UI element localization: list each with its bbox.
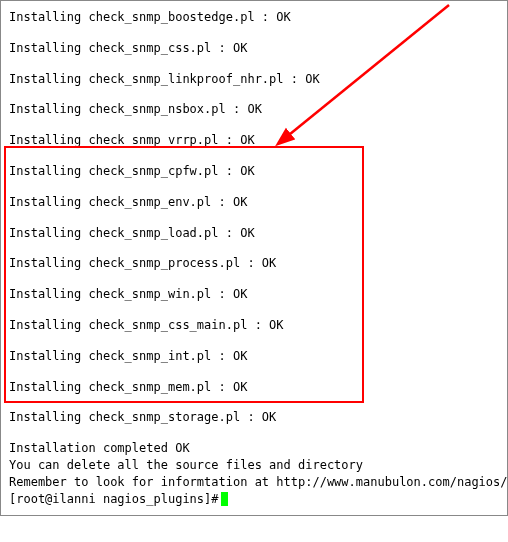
prompt-text: [root@ilanni nagios_plugins]# [9,491,219,508]
install-line: Installing check_snmp_load.pl : OK [9,225,499,242]
install-line: Installing check_snmp_css.pl : OK [9,40,499,57]
install-line: Installing check_snmp_storage.pl : OK [9,409,499,426]
shell-prompt[interactable]: [root@ilanni nagios_plugins]# [9,491,499,508]
install-line: Installing check_snmp_int.pl : OK [9,348,499,365]
install-line: Installing check_snmp_process.pl : OK [9,255,499,272]
install-line: Installing check_snmp_linkproof_nhr.pl :… [9,71,499,88]
install-line: Installing check_snmp_boostedge.pl : OK [9,9,499,26]
install-line: Installing check_snmp_css_main.pl : OK [9,317,499,334]
install-line: Installing check_snmp_mem.pl : OK [9,379,499,396]
install-line: Installing check_snmp_vrrp.pl : OK [9,132,499,149]
install-line: Installing check_snmp_env.pl : OK [9,194,499,211]
install-hint-url: Remember to look for informtation at htt… [9,474,499,491]
install-line: Installing check_snmp_win.pl : OK [9,286,499,303]
install-line: Installing check_snmp_cpfw.pl : OK [9,163,499,180]
cursor-block [221,492,228,506]
install-hint-delete: You can delete all the source files and … [9,457,499,474]
footer-block: Installation completed OK You can delete… [9,440,499,507]
install-line: Installing check_snmp_nsbox.pl : OK [9,101,499,118]
install-complete: Installation completed OK [9,440,499,457]
